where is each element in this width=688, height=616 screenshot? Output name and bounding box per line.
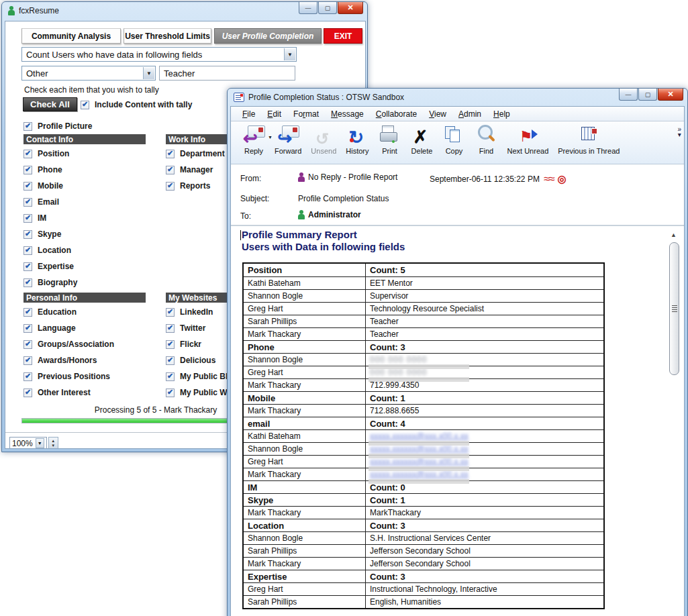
checkbox[interactable]: ✔ [23, 230, 32, 239]
toolbar-overflow-button[interactable]: »▾ [677, 127, 681, 138]
vertical-scrollbar[interactable]: ▲ [669, 232, 680, 607]
close-button[interactable]: ✕ [658, 89, 683, 101]
redacted-email-value[interactable]: xxxxx.xxxxxx@xxx.x00.x.xx [370, 444, 469, 454]
menu-item-view[interactable]: View [423, 109, 452, 119]
toolbar-button-next-unread[interactable]: ⚑ Next Unread [503, 124, 554, 160]
checkbox[interactable]: ✔ [166, 340, 175, 349]
check-item-phone[interactable]: ✔ Phone [23, 162, 158, 178]
tab-community-analysis[interactable]: Community Analysis [21, 28, 121, 44]
checkbox[interactable]: ✔ [166, 182, 175, 191]
checkbox[interactable]: ✔ [23, 246, 32, 255]
checkbox[interactable]: ✔ [166, 372, 175, 381]
checkbox[interactable]: ✔ [166, 150, 175, 158]
menu-item-message[interactable]: Message [325, 109, 370, 119]
menu-item-collaborate[interactable]: Collaborate [370, 109, 423, 119]
checkbox[interactable]: ✔ [23, 182, 32, 191]
check-item-education[interactable]: ✔ Education [23, 304, 158, 320]
toolbar-button-delete[interactable]: ✗ Delete [406, 124, 438, 160]
menu-bar: FileEditFormatMessageCollaborateViewAdmi… [231, 107, 684, 121]
zoom-level-dropdown[interactable]: 100% ▼ [9, 437, 47, 449]
check-item-im[interactable]: ✔ IM [23, 210, 158, 226]
checkbox[interactable]: ✔ [23, 198, 32, 207]
zoom-spinner[interactable]: ▲▼ [48, 437, 58, 449]
tab-user-threshold-limits[interactable]: User Threshold Limits [124, 28, 211, 44]
check-item-expertise[interactable]: ✔ Expertise [23, 258, 158, 274]
check-item-position[interactable]: ✔ Position [23, 146, 158, 162]
row-field-cell: Greg Hart [244, 303, 366, 315]
toolbar-button-copy[interactable]: Copy [438, 124, 471, 160]
toolbar-button-print[interactable]: Print [374, 124, 406, 160]
chevron-down-icon[interactable]: ▼ [284, 48, 295, 60]
checkbox[interactable]: ✔ [23, 356, 32, 365]
chevron-down-icon[interactable]: ▼ [143, 67, 154, 79]
check-item-other-interest[interactable]: ✔ Other Interest [23, 384, 158, 401]
checkbox[interactable]: ✔ [23, 372, 32, 381]
scroll-up-icon[interactable]: ▲ [671, 232, 677, 238]
row-field-cell: Mark Thackary [244, 379, 366, 391]
section-row-expertise: Expertise Count: 3 [244, 570, 603, 582]
checkbox[interactable]: ✔ [23, 389, 32, 397]
chevron-down-icon[interactable]: ▼ [36, 438, 44, 448]
exit-button[interactable]: EXIT [324, 28, 362, 44]
maximize-button[interactable]: ▢ [318, 2, 337, 14]
checkbox[interactable]: ✔ [23, 340, 32, 349]
fcx-titlebar[interactable]: fcxResume — ▢ ✕ [2, 2, 367, 19]
toolbar-button-forward[interactable]: ↪ Forward [270, 124, 306, 160]
check-item-mobile[interactable]: ✔ Mobile [23, 178, 158, 194]
check-item-language[interactable]: ✔ Language [23, 320, 158, 336]
checkbox[interactable]: ✔ [166, 308, 175, 317]
checkbox[interactable]: ✔ [23, 308, 32, 317]
redacted-email-value[interactable]: xxxxx.xxxxxx@xxx.x00.x.xx [370, 457, 469, 466]
check-all-button[interactable]: Check All [23, 97, 77, 111]
maximize-button[interactable]: ▢ [638, 89, 657, 101]
checkbox[interactable]: ✔ [23, 122, 32, 131]
check-item-skype[interactable]: ✔ Skype [23, 226, 158, 242]
row-value-cell: Count: 3 [366, 570, 603, 582]
row-value-cell: Jefferson Secondary School [366, 545, 603, 557]
checkbox[interactable]: ✔ [23, 262, 32, 271]
other-dropdown[interactable]: Other ▼ [21, 66, 156, 81]
menu-item-file[interactable]: File [236, 109, 261, 119]
toolbar-button-reply[interactable]: ↩ Reply ▼ [238, 124, 270, 160]
minimize-button[interactable]: — [619, 89, 638, 101]
checkbox[interactable]: ✔ [166, 166, 175, 174]
close-button[interactable]: ✕ [338, 2, 363, 14]
toolbar-button-find[interactable]: Find [471, 124, 503, 160]
text-cursor [240, 230, 241, 240]
include-content-checkbox[interactable]: ✔ Include Content with tally [81, 97, 192, 113]
row-value-cell: Jefferson Secondary School [366, 558, 603, 570]
checkbox[interactable]: ✔ [23, 324, 32, 333]
notes-titlebar[interactable]: Profile Completion Status : OTSW Sandbox… [228, 89, 687, 106]
subject-label: Subject: [240, 194, 269, 203]
menu-item-format[interactable]: Format [287, 109, 325, 119]
checkbox-label: Position [38, 149, 69, 158]
minimize-button[interactable]: — [299, 2, 317, 14]
check-item-groups-association[interactable]: ✔ Groups/Association [23, 336, 158, 352]
other-value-input[interactable]: Teacher [159, 66, 295, 81]
checkbox[interactable]: ✔ [166, 356, 175, 365]
toolbar-button-previous-in-thread[interactable]: Previous in Thread [553, 124, 624, 160]
checkbox[interactable]: ✔ [23, 166, 32, 174]
redacted-email-value[interactable]: xxxxx.xxxxxx@xxx.x00.x.xx [370, 431, 469, 441]
check-item-biography[interactable]: ✔ Biography [23, 274, 158, 291]
check-item-previous-positions[interactable]: ✔ Previous Positions [23, 368, 158, 384]
check-item-awards-honors[interactable]: ✔ Awards/Honors [23, 352, 158, 368]
tab-user-profile-completion[interactable]: User Profile Completion [214, 28, 322, 44]
menu-item-help[interactable]: Help [487, 109, 516, 119]
check-item-location[interactable]: ✔ Location [23, 242, 158, 258]
menu-item-admin[interactable]: Admin [452, 109, 487, 119]
table-row: Greg Hart Technology Resource Specialist [244, 302, 603, 315]
menu-item-edit[interactable]: Edit [261, 109, 287, 119]
row-field-cell: Mark Thackary [244, 405, 366, 417]
checkbox[interactable]: ✔ [81, 101, 89, 109]
checkbox[interactable]: ✔ [23, 278, 32, 287]
checkbox[interactable]: ✔ [166, 324, 175, 333]
toolbar-button-history[interactable]: ↻ History [341, 124, 373, 160]
checkbox[interactable]: ✔ [23, 150, 32, 158]
scrollbar-thumb[interactable] [669, 242, 679, 375]
check-item-email[interactable]: ✔ Email [23, 194, 158, 210]
redacted-email-value[interactable]: xxxxx.xxxxxx@xxx.x00.x.xx [370, 470, 469, 479]
checkbox[interactable]: ✔ [166, 389, 175, 397]
count-mode-dropdown[interactable]: Count Users who have data in following f… [21, 47, 297, 62]
checkbox[interactable]: ✔ [23, 214, 32, 223]
